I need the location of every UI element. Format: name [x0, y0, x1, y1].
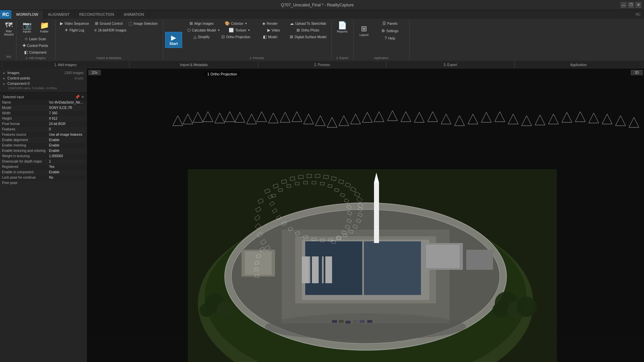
ribbon-group-media: ▶ Video Sequence ⊞ Ground Control ⬚ Imag…: [58, 20, 163, 60]
laser-scan-icon: ⊹: [24, 37, 28, 41]
simplify-icon: △: [194, 35, 197, 39]
panels-settings-help: ☰ Panels ⚙ Settings ? Help: [373, 20, 407, 42]
inputs-icon: 📷: [22, 22, 32, 29]
video-sequence-button[interactable]: ▶ Video Sequence: [58, 20, 91, 27]
process-row2: ⬡ Calculate Model ⬜ Texture ▶ Video ⊞ Or…: [185, 27, 329, 34]
prop-prior-pose: Prior pose: [1, 181, 86, 186]
16bit-hdr-button[interactable]: ≡ 16-bit/HDR Images: [92, 27, 129, 34]
prop-name: Name \\cr-tfv\DataSets\_New_Dataset...: [1, 100, 86, 106]
video2-icon: ▶: [267, 28, 270, 32]
colorize-button[interactable]: 🎨 Colorize: [219, 20, 253, 27]
calculate-model-label: Calculate Model: [192, 28, 216, 32]
video-icon: ▶: [60, 21, 63, 25]
video-button[interactable]: ▶ Video: [257, 27, 290, 34]
render-button[interactable]: ◈ Render: [253, 20, 287, 27]
viewport[interactable]: 1Ds 1 Ortho Projection 3D: [87, 69, 644, 362]
layout-label: Layout: [360, 33, 369, 37]
prop-downscale: Downscale for depth maps 1: [1, 159, 86, 165]
selected-input-panel: Selected input 📌 ✕ Name \\cr-tfv\DataSet…: [0, 93, 87, 362]
timeline-value[interactable]: 1Ds: [89, 70, 101, 75]
inputs-button[interactable]: 📷 Inputs: [18, 20, 35, 35]
svg-rect-76: [345, 321, 351, 323]
help-button[interactable]: ? Help: [373, 35, 407, 42]
model-button[interactable]: ◧ Model: [253, 34, 287, 40]
component0-expander: ▸: [3, 82, 7, 85]
tab-animation[interactable]: ANIMATION: [119, 10, 149, 19]
panel-pin-button[interactable]: 📌: [75, 95, 80, 99]
wf-step-process[interactable]: 2. Process: [258, 61, 386, 68]
svg-rect-63: [312, 256, 319, 283]
control-points-label: Control Points: [27, 44, 48, 48]
app-group-label: Application: [356, 56, 407, 60]
svg-rect-61: [302, 256, 309, 283]
svg-point-86: [517, 297, 537, 317]
flight-log-label: Flight Log: [69, 28, 84, 32]
render-icon: ◈: [262, 21, 265, 25]
reports-label: Reports: [337, 30, 348, 33]
ribbon-group-application: ⊞ Layout ☰ Panels ⚙ Settings ? Help: [356, 20, 410, 60]
sidebar-item-images[interactable]: ▸ Images 1393 images: [1, 70, 86, 75]
view-3d-button[interactable]: 3D: [631, 70, 643, 75]
digital-surface-label: Digital Surface Model: [294, 35, 326, 39]
svg-point-82: [200, 303, 213, 317]
window-title: Q707_Unscaled_Final * - RealityCapture: [14, 3, 621, 7]
help-label: Help: [388, 37, 395, 40]
digital-surface-button[interactable]: ⊞ Digital Surface Model: [287, 34, 329, 40]
sidebar-item-component0[interactable]: ▸ Component 0: [1, 81, 86, 86]
svg-rect-60: [364, 241, 421, 295]
wiz-area: 🗺 Map Wizard Wiz: [2, 20, 16, 60]
workflow-bar: 1. Add imagery Import & Metadata 2. Proc…: [0, 61, 644, 69]
tab-reconstruction[interactable]: RECONSTRUCTION: [74, 10, 119, 19]
texture-button[interactable]: ⬜ Texture: [223, 27, 256, 34]
calculate-model-button[interactable]: ⬡ Calculate Model: [185, 27, 222, 34]
sidebar-item-control-points[interactable]: ▸ Control points empty: [1, 75, 86, 81]
folder-button[interactable]: 📁 Folder: [36, 20, 53, 35]
ground-control-button[interactable]: ⊞ Ground Control: [92, 20, 125, 27]
layout-icon: ⊞: [361, 25, 367, 33]
wf-step-add-imagery[interactable]: 1. Add imagery: [1, 61, 129, 68]
start-button[interactable]: ▶ Start: [165, 32, 182, 48]
video-sequence-label: Video Sequence: [64, 22, 89, 25]
help-icon: ?: [385, 36, 387, 40]
colorize-label: Colorize: [231, 22, 244, 25]
image-selection-button[interactable]: ⬚ Image Selection: [126, 20, 160, 27]
svg-rect-62: [309, 256, 310, 283]
settings-button[interactable]: ⚙ Settings: [373, 27, 407, 34]
prop-registered: Registered Yes: [1, 165, 86, 170]
tab-workflow[interactable]: WORKFLOW: [11, 10, 43, 19]
prop-features: Features 0: [1, 127, 86, 132]
panel-controls: 📌 ✕: [75, 95, 84, 99]
close-button[interactable]: ✕: [635, 2, 641, 8]
restore-button[interactable]: ❐: [628, 2, 634, 8]
reports-button[interactable]: 📄 Reports: [334, 20, 351, 35]
sidebar-tree: ▸ Images 1393 images ▸ Control points em…: [0, 69, 87, 93]
align-images-button[interactable]: ⊞ Align Images: [185, 20, 218, 27]
wiz-section-label: Wiz: [6, 55, 11, 58]
folder-label: Folder: [40, 30, 49, 33]
layout-button[interactable]: ⊞ Layout: [356, 23, 372, 38]
simplify-button[interactable]: △ Simplify: [185, 34, 218, 40]
ground-control-label: Ground Control: [100, 22, 122, 25]
panel-close-button[interactable]: ✕: [81, 95, 84, 99]
align-images-label: Align Images: [194, 22, 214, 25]
prop-weight-texturing: Weight in texturing 1.000000: [1, 154, 86, 159]
app-row1: ⊞ Layout ☰ Panels ⚙ Settings ? Help: [356, 20, 407, 42]
ortho-projection-button[interactable]: ⊡ Ortho Projection: [219, 34, 253, 40]
wf-step-application[interactable]: Application: [515, 61, 643, 68]
component-button[interactable]: ◧ Component: [18, 49, 52, 56]
upload-sketchfab-button[interactable]: ☁ Upload To Sketchfab: [287, 20, 328, 27]
wf-step-import-metadata[interactable]: Import & Metadata: [129, 61, 258, 68]
control-points-empty: empty: [74, 76, 84, 80]
tab-alignment[interactable]: ALIGNMENT: [43, 10, 74, 19]
laser-scan-button[interactable]: ⊹ Laser Scan: [18, 36, 52, 42]
flight-log-button[interactable]: ✈ Flight Log: [58, 27, 91, 34]
panels-button[interactable]: ☰ Panels: [373, 20, 407, 27]
wf-step-export[interactable]: 3. Export: [386, 61, 514, 68]
panels-label: Panels: [387, 22, 398, 25]
control-points-button[interactable]: ✚ Control Points: [18, 42, 52, 49]
control-points-sidebar-label: Control points: [7, 76, 30, 80]
minimize-button[interactable]: —: [621, 2, 627, 8]
ribbon-tabs: RC WORKFLOW ALIGNMENT RECONSTRUCTION ANI…: [0, 10, 644, 19]
ribbon-group-process: ⊞ Align Images 🎨 Colorize ◈ Render ☁ Upl…: [185, 20, 332, 60]
ortho-photo-button[interactable]: ⊞ Ortho Photo: [291, 27, 325, 34]
